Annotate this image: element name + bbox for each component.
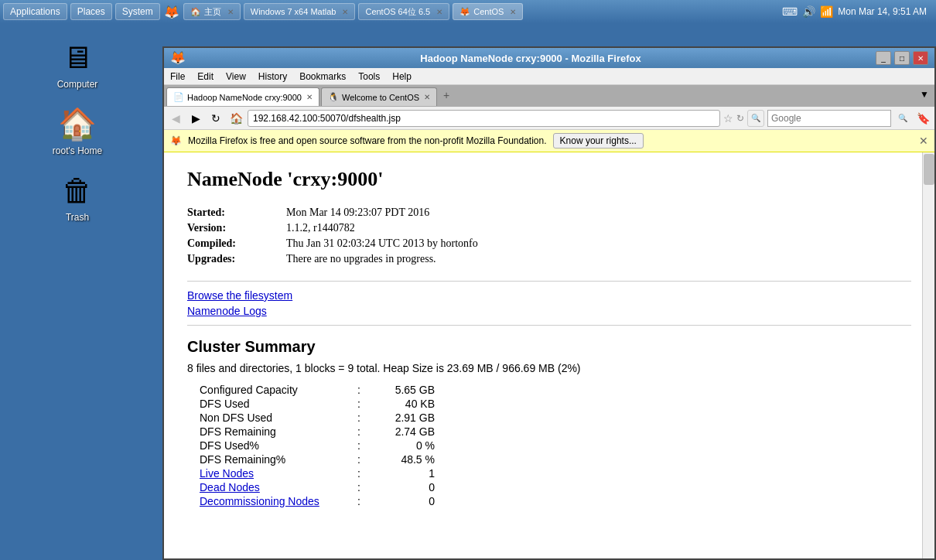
taskbar-tab-centos-label: CentOS xyxy=(473,7,504,16)
taskbar: Applications Places System 🦊 🏠 主页 ✕ Wind… xyxy=(0,0,936,23)
home-icon[interactable]: 🏠 root's Home xyxy=(15,105,139,156)
centos-tab-label: Welcome to CentOS xyxy=(342,93,419,102)
tools-menu[interactable]: Tools xyxy=(352,70,386,84)
trash-icon[interactable]: 🗑 Trash xyxy=(15,172,139,223)
search-submit-button[interactable]: 🔍 xyxy=(894,110,911,127)
taskbar-tab-centos64-label: CentOS 64位 6.5 xyxy=(365,6,430,18)
places-menu[interactable]: Places xyxy=(70,3,112,20)
cluster-row-value: 2.74 GB xyxy=(373,425,435,438)
started-label: Started: xyxy=(187,207,280,219)
cluster-row: Configured Capacity:5.65 GB xyxy=(187,384,911,396)
maximize-button[interactable]: □ xyxy=(894,51,910,65)
cluster-row-label: Configured Capacity xyxy=(187,384,357,396)
cluster-row: DFS Used%:0 % xyxy=(187,439,911,452)
trash-icon-label: Trash xyxy=(66,212,89,223)
cluster-row-colon: : xyxy=(357,384,373,396)
home-nav-button[interactable]: 🏠 xyxy=(227,110,244,127)
scrollbar[interactable] xyxy=(922,152,934,558)
notification-bar: 🦊 Mozilla Firefox is free and open sourc… xyxy=(164,130,934,152)
browser-tab-hadoop[interactable]: 📄 Hadoop NameNode crxy:9000 ✕ xyxy=(166,87,319,106)
cluster-row-colon: : xyxy=(357,481,373,493)
cluster-row: DFS Used:40 KB xyxy=(187,398,911,410)
bookmark-star-icon[interactable]: ☆ xyxy=(723,112,733,125)
url-bar[interactable] xyxy=(248,110,720,127)
started-value: Mon Mar 14 09:23:07 PDT 2016 xyxy=(286,207,429,219)
minimize-button[interactable]: _ xyxy=(876,51,891,65)
taskbar-tab-centos64-close[interactable]: ✕ xyxy=(436,8,442,16)
edit-menu[interactable]: Edit xyxy=(191,70,220,84)
history-menu[interactable]: History xyxy=(252,70,293,84)
centos-tab-favicon: 🐧 xyxy=(328,92,339,102)
cluster-row-label[interactable]: Decommissioning Nodes xyxy=(187,495,357,507)
taskbar-tab-home[interactable]: 🏠 主页 ✕ xyxy=(183,3,241,20)
reload-button[interactable]: ↻ xyxy=(207,110,224,127)
view-menu[interactable]: View xyxy=(220,70,252,84)
taskbar-tab-home-close[interactable]: ✕ xyxy=(227,8,234,16)
browser-window: 🦊 Hadoop NameNode crxy:9000 - Mozilla Fi… xyxy=(162,46,936,560)
clock: Mon Mar 14, 9:51 AM xyxy=(838,6,927,17)
taskbar-tab-centos[interactable]: 🦊 CentOS ✕ xyxy=(453,3,523,20)
computer-icon[interactable]: 🖥 Computer xyxy=(15,39,139,90)
volume-tray-icon[interactable]: 🔊 xyxy=(802,5,815,18)
bookmark-page-button[interactable]: 🔖 xyxy=(914,110,931,127)
cluster-row-colon: : xyxy=(357,467,373,480)
cluster-row: DFS Remaining:2.74 GB xyxy=(187,425,911,438)
taskbar-tab-centos64[interactable]: CentOS 64位 6.5 ✕ xyxy=(358,3,449,20)
system-menu[interactable]: System xyxy=(115,3,160,20)
namenode-logs-link[interactable]: Namenode Logs xyxy=(187,305,911,317)
upgrades-label: Upgrades: xyxy=(187,253,280,265)
taskbar-tab-centos-close[interactable]: ✕ xyxy=(510,8,516,16)
upgrades-value: There are no upgrades in progress. xyxy=(286,253,436,265)
system-tray: ⌨ 🔊 📶 Mon Mar 14, 9:51 AM xyxy=(782,5,933,18)
version-row: Version: 1.1.2, r1440782 xyxy=(187,222,911,234)
cluster-row: Decommissioning Nodes:0 xyxy=(187,495,911,507)
cluster-row-value: 1 xyxy=(373,467,435,480)
cluster-row-colon: : xyxy=(357,411,373,424)
cluster-row-colon: : xyxy=(357,453,373,466)
forward-button[interactable]: ▶ xyxy=(187,110,204,127)
firefox-icon: 🦊 xyxy=(170,50,186,66)
keyboard-tray-icon[interactable]: ⌨ xyxy=(782,5,798,18)
new-tab-button[interactable]: + xyxy=(439,87,454,107)
close-button[interactable]: ✕ xyxy=(913,51,928,65)
taskbar-tab-matlab[interactable]: Windows 7 x64 Matlab ✕ xyxy=(244,3,356,20)
taskbar-tab-matlab-close[interactable]: ✕ xyxy=(342,8,348,16)
compiled-label: Compiled: xyxy=(187,237,280,250)
browse-filesystem-link[interactable]: Browse the filesystem xyxy=(187,289,911,302)
nav-bar: ◀ ▶ ↻ 🏠 ☆ ↻ 🔍 🔍 🔖 xyxy=(164,107,934,130)
window-title: Hadoop NameNode crxy:9000 - Mozilla Fire… xyxy=(186,53,876,64)
search-icon: 🔍 xyxy=(747,110,764,127)
home-icon-label: root's Home xyxy=(53,145,102,156)
cluster-table: Configured Capacity:5.65 GBDFS Used:40 K… xyxy=(187,384,911,507)
file-menu[interactable]: File xyxy=(164,70,191,84)
cluster-row-label[interactable]: Live Nodes xyxy=(187,467,357,480)
cluster-row-label[interactable]: Dead Nodes xyxy=(187,481,357,493)
divider-1 xyxy=(187,281,911,282)
network-tray-icon[interactable]: 📶 xyxy=(820,5,833,18)
hadoop-tab-label: Hadoop NameNode crxy:9000 xyxy=(187,93,302,102)
tab-list-button[interactable]: ▼ xyxy=(917,87,932,107)
back-button[interactable]: ◀ xyxy=(167,110,184,127)
centos-tab-close[interactable]: ✕ xyxy=(424,93,430,101)
applications-label: Applications xyxy=(10,6,60,17)
cluster-row-value: 40 KB xyxy=(373,398,435,410)
notification-close[interactable]: ✕ xyxy=(919,135,928,147)
cluster-row: Dead Nodes:0 xyxy=(187,481,911,493)
cluster-row-label: Non DFS Used xyxy=(187,411,357,424)
cluster-summary-title: Cluster Summary xyxy=(187,338,911,356)
info-table: Started: Mon Mar 14 09:23:07 PDT 2016 Ve… xyxy=(187,207,911,265)
know-your-rights-button[interactable]: Know your rights... xyxy=(553,133,644,149)
hadoop-tab-close[interactable]: ✕ xyxy=(306,93,313,101)
scrollbar-thumb[interactable] xyxy=(924,154,934,185)
applications-menu[interactable]: Applications xyxy=(3,3,67,20)
version-value: 1.1.2, r1440782 xyxy=(286,222,355,234)
browser-tab-centos[interactable]: 🐧 Welcome to CentOS ✕ xyxy=(321,87,437,106)
home-icon-img: 🏠 xyxy=(59,105,96,142)
search-input[interactable] xyxy=(767,110,891,127)
help-menu[interactable]: Help xyxy=(386,70,418,84)
notification-icon: 🦊 xyxy=(170,135,182,146)
firefox-taskbar-icon[interactable]: 🦊 xyxy=(163,3,180,20)
cluster-summary-text: 8 files and directories, 1 blocks = 9 to… xyxy=(187,362,911,374)
bookmarks-menu[interactable]: Bookmarks xyxy=(293,70,352,84)
cluster-row-colon: : xyxy=(357,425,373,438)
